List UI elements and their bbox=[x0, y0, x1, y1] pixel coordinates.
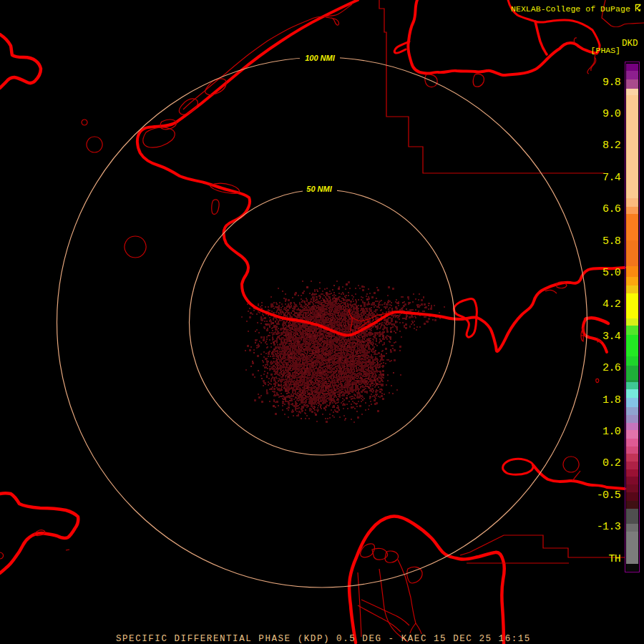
svg-text:6.6: 6.6 bbox=[602, 203, 621, 215]
svg-text:9.8: 9.8 bbox=[602, 77, 621, 89]
svg-text:3.4: 3.4 bbox=[602, 331, 621, 343]
svg-text:-1.3: -1.3 bbox=[597, 521, 621, 533]
svg-text:7.4: 7.4 bbox=[602, 172, 621, 184]
svg-text:TH: TH bbox=[608, 553, 620, 565]
svg-text:8.2: 8.2 bbox=[602, 140, 620, 152]
svg-text:5.0: 5.0 bbox=[602, 267, 621, 279]
svg-text:9.0: 9.0 bbox=[602, 108, 621, 120]
svg-text:-0.5: -0.5 bbox=[597, 489, 621, 502]
svg-text:0.2: 0.2 bbox=[602, 457, 620, 469]
svg-text:50 NMI: 50 NMI bbox=[306, 185, 332, 193]
svg-text:1.0: 1.0 bbox=[602, 426, 621, 438]
svg-text:[PHAS]: [PHAS] bbox=[591, 46, 620, 55]
svg-text:2.6: 2.6 bbox=[602, 362, 621, 374]
svg-text:NEXLAB-College of DuPage: NEXLAB-College of DuPage bbox=[511, 4, 630, 14]
svg-text:1.8: 1.8 bbox=[602, 394, 621, 406]
svg-text:5.8: 5.8 bbox=[602, 235, 621, 248]
svg-text:DKD: DKD bbox=[622, 39, 638, 49]
svg-text:100 NMI: 100 NMI bbox=[305, 54, 336, 62]
svg-text:SPECIFIC DIFFERENTIAL PHASE (K: SPECIFIC DIFFERENTIAL PHASE (KDP) 0.5 DE… bbox=[116, 634, 531, 644]
svg-text:4.2: 4.2 bbox=[602, 298, 620, 311]
